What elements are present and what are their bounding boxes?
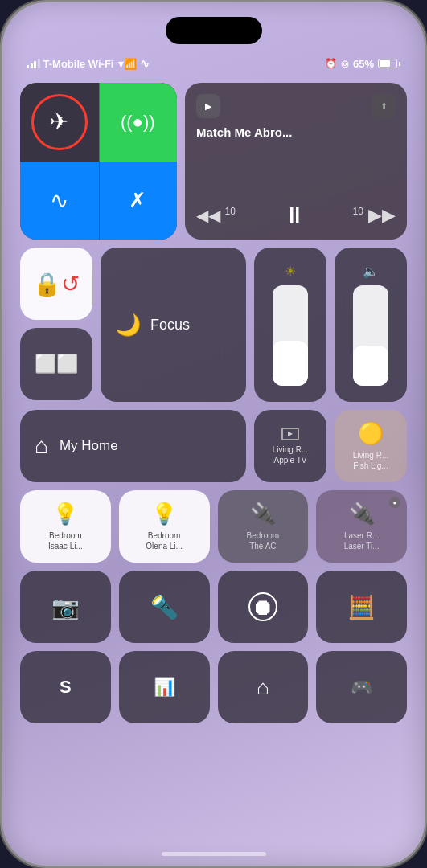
phone-frame: T-Mobile Wi-Fi ▾📶 ∿ ⏰ ◎ 65% ✈ bbox=[0, 0, 427, 868]
utility-row-1: 📷 🔦 ⏺ 🧮 bbox=[20, 571, 407, 643]
screen-record-button[interactable]: ⏺ bbox=[218, 571, 309, 643]
bedroom-isaac-label: Bedroom Isaac Li... bbox=[48, 530, 83, 551]
bedroom-isaac-button[interactable]: 💡 Bedroom Isaac Li... bbox=[20, 490, 111, 563]
connectivity-tile: ✈ ((●)) ∿ ✗ bbox=[20, 83, 177, 240]
signal-bars-icon bbox=[27, 59, 40, 68]
alarm-icon: ⏰ bbox=[325, 58, 337, 69]
media-title: Match Me Abro... bbox=[196, 125, 396, 141]
analytics-icon: 📊 bbox=[154, 677, 175, 698]
media-app-icon: ▶ bbox=[196, 94, 220, 118]
cellular-icon: ((●)) bbox=[121, 112, 155, 133]
divider-horizontal bbox=[20, 162, 177, 162]
dynamic-island bbox=[166, 17, 262, 44]
apple-tv-label: Living R... Apple TV bbox=[273, 444, 308, 465]
remote-button[interactable]: 🎮 bbox=[316, 651, 407, 723]
bedroom-isaac-icon: 💡 bbox=[52, 502, 78, 526]
utility-row-2: S 📊 ⌂ 🎮 bbox=[20, 651, 407, 723]
laser-ti-label: Laser R... Laser Ti... bbox=[344, 530, 380, 551]
bedroom-olena-button[interactable]: 💡 Bedroom Olena Li... bbox=[119, 490, 210, 563]
row-home: ⌂ My Home ▶ Living R... Apple TV 🟡 Livin… bbox=[20, 410, 407, 482]
apple-tv-button[interactable]: ▶ Living R... Apple TV bbox=[254, 410, 326, 482]
bedroom-olena-icon: 💡 bbox=[151, 502, 177, 526]
laser-ti-icon: 🔌 bbox=[349, 502, 375, 526]
row-2: 🔒↺ ⬜⬜ 🌙 Focus ☀ bbox=[20, 248, 407, 402]
home-shortcut-button[interactable]: ⌂ bbox=[218, 651, 309, 723]
analytics-button[interactable]: 📊 bbox=[119, 651, 210, 723]
shazam-icon: S bbox=[60, 677, 72, 698]
control-center: ✈ ((●)) ∿ ✗ bbox=[20, 83, 407, 723]
bluetooth-icon: ✗ bbox=[129, 188, 146, 213]
battery-percent: 65% bbox=[353, 58, 374, 70]
home-indicator[interactable] bbox=[162, 852, 266, 856]
flashlight-icon: 🔦 bbox=[150, 594, 179, 620]
camera-button[interactable]: 📷 bbox=[20, 571, 111, 643]
shazam-button[interactable]: S bbox=[20, 651, 111, 723]
media-controls: ◀◀ 10 ⏸ 10 ▶▶ bbox=[196, 202, 396, 228]
battery-icon bbox=[378, 59, 400, 68]
status-bar: T-Mobile Wi-Fi ▾📶 ∿ ⏰ ◎ 65% bbox=[2, 52, 425, 75]
brightness-slider[interactable]: ☀ bbox=[254, 248, 326, 402]
wifi-icon: ▾📶 bbox=[118, 58, 137, 70]
bluetooth-button[interactable]: ✗ bbox=[99, 162, 178, 240]
rewind-button[interactable]: ◀◀ 10 bbox=[196, 206, 236, 225]
laser-ti-button[interactable]: ● 🔌 Laser R... Laser Ti... bbox=[316, 490, 407, 563]
bedroom-ac-button[interactable]: 🔌 Bedroom The AC bbox=[218, 490, 309, 563]
fish-light-label: Living R... Fish Lig... bbox=[353, 450, 388, 471]
camera-icon: 📷 bbox=[51, 594, 80, 620]
home-label: My Home bbox=[60, 438, 118, 454]
home-shortcut-icon: ⌂ bbox=[257, 675, 269, 700]
focus-tile[interactable]: 🌙 Focus bbox=[101, 248, 246, 402]
bedroom-ac-label: Bedroom The AC bbox=[247, 530, 280, 551]
flashlight-button[interactable]: 🔦 bbox=[119, 571, 210, 643]
forward-button[interactable]: 10 ▶▶ bbox=[353, 205, 396, 226]
volume-slider[interactable]: 🔈 bbox=[335, 248, 407, 402]
media-airplay-icon[interactable]: ⬆ bbox=[372, 94, 396, 118]
airplane-icon: ✈ bbox=[50, 108, 68, 135]
focus-label: Focus bbox=[150, 317, 190, 334]
airplane-mode-button[interactable]: ✈ bbox=[20, 83, 99, 162]
row-bedroom: 💡 Bedroom Isaac Li... 💡 Bedroom Olena Li… bbox=[20, 490, 407, 563]
fish-light-button[interactable]: 🟡 Living R... Fish Lig... bbox=[335, 410, 407, 482]
media-info: ▶ bbox=[196, 94, 220, 118]
calculator-icon: 🧮 bbox=[347, 594, 376, 620]
record-icon: ⏺ bbox=[248, 592, 277, 621]
my-home-button[interactable]: ⌂ My Home bbox=[20, 410, 246, 482]
cellular-button[interactable]: ((●)) bbox=[99, 83, 178, 162]
screen-lock-button[interactable]: 🔒↺ bbox=[20, 248, 92, 320]
wifi-signal: ∿ bbox=[140, 57, 150, 70]
brightness-bar: ☀ bbox=[273, 257, 308, 392]
col-left-controls: 🔒↺ ⬜⬜ bbox=[20, 248, 92, 402]
wifi-button[interactable]: ∿ bbox=[20, 162, 99, 240]
media-tile[interactable]: ▶ ⬆ Match Me Abro... ◀◀ 10 ⏸ 10 ▶▶ bbox=[185, 83, 407, 240]
volume-bar: 🔈 bbox=[353, 257, 388, 392]
apple-tv-icon-shape: ▶ bbox=[281, 428, 299, 440]
focus-moon-icon: 🌙 bbox=[115, 313, 141, 338]
volume-speaker-icon: 🔈 bbox=[363, 264, 379, 279]
media-header: ▶ ⬆ bbox=[196, 94, 396, 118]
plug-badge: ● bbox=[389, 497, 400, 508]
bedroom-ac-icon: 🔌 bbox=[250, 502, 276, 526]
screen-lock-icon: 🔒↺ bbox=[33, 271, 80, 297]
remote-icon: 🎮 bbox=[351, 677, 372, 698]
carrier-name: T-Mobile Wi-Fi bbox=[43, 58, 114, 70]
fish-light-icon: 🟡 bbox=[358, 421, 384, 446]
brightness-sun-icon: ☀ bbox=[285, 264, 296, 279]
apple-tv-icon: ▶ bbox=[205, 101, 211, 112]
home-icon: ⌂ bbox=[35, 433, 48, 459]
calculator-button[interactable]: 🧮 bbox=[316, 571, 407, 643]
wifi-btn-icon: ∿ bbox=[50, 187, 68, 214]
location-icon: ◎ bbox=[341, 59, 349, 69]
airplay-icon: ⬆ bbox=[380, 101, 388, 112]
signal-carrier: T-Mobile Wi-Fi ▾📶 ∿ bbox=[27, 57, 150, 70]
status-right: ⏰ ◎ 65% bbox=[325, 58, 400, 70]
play-pause-button[interactable]: ⏸ bbox=[283, 202, 306, 228]
screen-mirror-button[interactable]: ⬜⬜ bbox=[20, 328, 92, 400]
row-top: ✈ ((●)) ∿ ✗ bbox=[20, 83, 407, 240]
screen-mirror-icon: ⬜⬜ bbox=[35, 354, 78, 375]
bedroom-olena-label: Bedroom Olena Li... bbox=[146, 530, 183, 551]
